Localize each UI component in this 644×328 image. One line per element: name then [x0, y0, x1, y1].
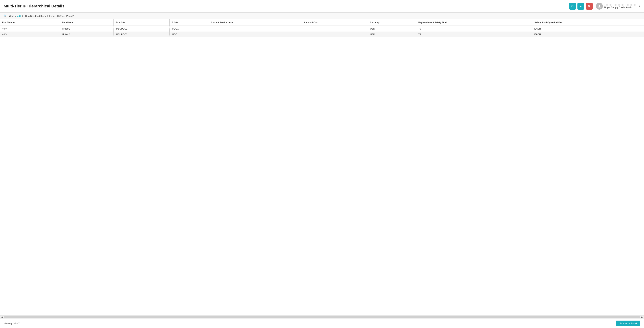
table-cell: IPItem2 [60, 26, 113, 31]
avatar [596, 3, 603, 9]
app-container: Multi-Tier IP Hierarchical Details ↺ ★ ✕… [0, 0, 644, 328]
table-wrapper[interactable]: Run Number Item Name FromSite ToSite Cur… [0, 19, 644, 315]
table-cell: EACH [532, 31, 644, 37]
viewing-text: Viewing 1-2 of 2 [4, 322, 20, 325]
table-header-row: Run Number Item Name FromSite ToSite Cur… [0, 19, 644, 26]
table-cell [301, 26, 368, 31]
table-cell [301, 31, 368, 37]
col-standard-cost: Standard Cost [301, 19, 368, 26]
footer: Viewing 1-2 of 2 Export to Excel [0, 319, 644, 328]
col-run-number: Run Number [0, 19, 60, 26]
col-replenishment-safety-stock: Replenishment Safety Stock [416, 19, 532, 26]
favorite-button[interactable]: ★ [578, 3, 584, 9]
table-cell: IPDC1 [170, 31, 209, 37]
header: Multi-Tier IP Hierarchical Details ↺ ★ ✕… [0, 0, 644, 13]
col-to-site: ToSite [170, 19, 209, 26]
table-cell: USD [368, 26, 416, 31]
table-cell: IPDC1 [170, 26, 209, 31]
chevron-down-icon: ▾ [639, 4, 640, 8]
col-item-name: Item Name [60, 19, 113, 26]
user-name: ●●●●●● ●●●●●●●● ●●●●●●●● [604, 4, 636, 6]
export-to-excel-button[interactable]: Export to Excel [616, 321, 640, 326]
scroll-left-arrow[interactable]: ◀ [1, 316, 3, 319]
filter-bar: 🔍 Filters ( edit ): [Run No: 4044][Item:… [0, 13, 644, 19]
user-info: ●●●●●● ●●●●●●●● ●●●●●●●● Buyer Supply Ch… [604, 4, 636, 9]
col-from-site: FromSite [113, 19, 170, 26]
table-cell: USD [368, 31, 416, 37]
scroll-right-arrow[interactable]: ▶ [641, 316, 643, 319]
table-cell: 79 [416, 31, 532, 37]
data-table: Run Number Item Name FromSite ToSite Cur… [0, 19, 644, 37]
user-role: Buyer Supply Chain Admin [604, 6, 632, 9]
main-content: Run Number Item Name FromSite ToSite Cur… [0, 19, 644, 328]
table-cell: EACH [532, 26, 644, 31]
filter-label: Filters [8, 15, 14, 17]
table-cell: IPSUPDC1 [113, 26, 170, 31]
table-cell: IPItem2 [60, 31, 113, 37]
refresh-button[interactable]: ↺ [569, 3, 576, 9]
horizontal-scrollbar[interactable]: ◀ ▶ [0, 315, 644, 319]
filter-text: [Run No: 4044][Item: IPItem2 - HUB4 - IP… [25, 15, 74, 17]
table-cell: IPSUPDC2 [113, 31, 170, 37]
table-cell [209, 31, 301, 37]
user-section[interactable]: ●●●●●● ●●●●●●●● ●●●●●●●● Buyer Supply Ch… [596, 3, 640, 9]
search-icon: 🔍 [4, 14, 7, 17]
table-cell [209, 26, 301, 31]
table-cell: 79 [416, 26, 532, 31]
filter-edit-link[interactable]: edit [17, 15, 21, 17]
table-cell: 4044 [0, 31, 60, 37]
table-body: 4044IPItem2IPSUPDC1IPDC1USD79EACH4044IPI… [0, 26, 644, 37]
page-title: Multi-Tier IP Hierarchical Details [4, 4, 64, 8]
col-safety-stock-uom: Safety Stock/Quantity UOM [532, 19, 644, 26]
header-actions: ↺ ★ ✕ ●●●●●● ●●●●●●●● ●●●●●●●● Buyer Sup… [569, 3, 640, 9]
svg-point-0 [599, 5, 600, 6]
close-button[interactable]: ✕ [586, 3, 593, 9]
table-row: 4044IPItem2IPSUPDC2IPDC1USD79EACH [0, 31, 644, 37]
col-service-level: Current Service Level [209, 19, 301, 26]
table-cell: 4044 [0, 26, 60, 31]
col-currency: Currency [368, 19, 416, 26]
table-row: 4044IPItem2IPSUPDC1IPDC1USD79EACH [0, 26, 644, 31]
scrollbar-track[interactable] [4, 317, 640, 318]
